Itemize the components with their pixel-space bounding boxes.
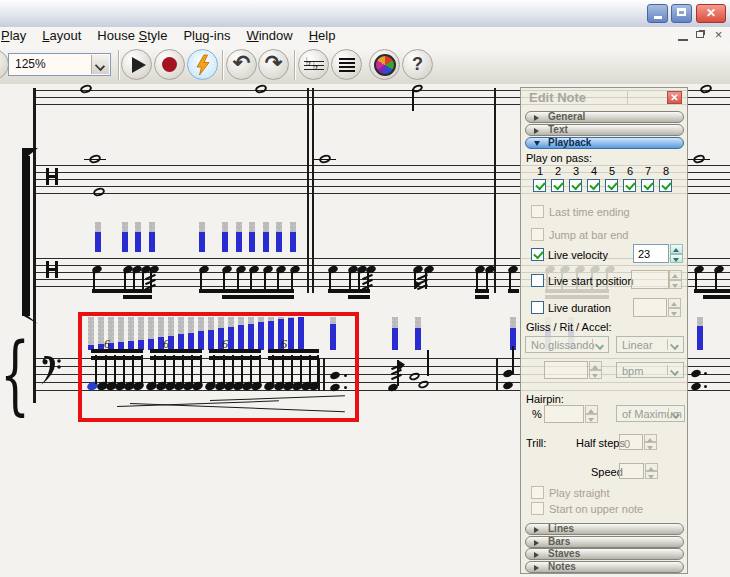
menu-layout[interactable]: Layout — [34, 27, 89, 45]
velocity-bar-crescendo — [118, 317, 124, 350]
pass-checkbox-2[interactable] — [551, 179, 564, 192]
live-velocity-checkbox[interactable] — [531, 248, 544, 261]
start-on-upper-note-checkbox[interactable] — [531, 502, 544, 515]
pass-checkbox-7[interactable] — [641, 179, 654, 192]
pass-number-7: 7 — [639, 165, 657, 177]
velocity-bar — [199, 222, 205, 252]
velocity-bar-crescendo — [178, 317, 184, 350]
pass-number-1: 1 — [531, 165, 549, 177]
beam — [348, 295, 370, 299]
velocity-bar — [697, 317, 703, 350]
menu-window[interactable]: Window — [238, 27, 300, 45]
velocity-bar — [276, 222, 282, 252]
window-close-button[interactable]: ✕ — [696, 4, 726, 23]
ledger-line — [84, 159, 106, 161]
undo-button[interactable]: ↶ — [226, 49, 257, 80]
panel-close-button[interactable]: ✕ — [667, 91, 682, 104]
menu-plug-ins[interactable]: Plug-ins — [175, 27, 238, 45]
beam — [209, 349, 261, 353]
collapsed-arrow-icon — [534, 565, 539, 571]
panel-title-divider — [627, 91, 628, 104]
note-stem — [509, 271, 511, 289]
live-playback-button[interactable] — [187, 49, 218, 80]
hairpin-unit-dropdown: of Maximum — [616, 405, 685, 422]
pass-checkbox-1[interactable] — [533, 179, 546, 192]
color-button[interactable] — [369, 49, 400, 80]
zoom-dropdown-arrow[interactable] — [91, 55, 109, 74]
note-stem — [93, 271, 95, 289]
pass-checkbox-4[interactable] — [587, 179, 600, 192]
beam — [150, 356, 202, 360]
note-head — [690, 369, 702, 379]
section-text[interactable]: Text — [525, 124, 684, 136]
beam — [475, 295, 489, 299]
undo-icon: ↶ — [233, 52, 251, 73]
zoom-value: 125% — [15, 57, 46, 71]
last-time-ending-checkbox[interactable] — [531, 205, 544, 218]
pass-checkbox-5[interactable] — [605, 179, 618, 192]
live-velocity-input[interactable]: 23 — [633, 244, 669, 263]
tempo-unit-dropdown: bpm — [616, 362, 684, 378]
menu-bar: PlayLayoutHouse StylePlug-insWindowHelp … — [0, 27, 730, 47]
record-button[interactable] — [154, 49, 185, 80]
bass-clef — [38, 354, 62, 390]
hairpin-value-spinner — [585, 405, 598, 423]
tempo-value-input — [544, 361, 588, 379]
half-steps-spinner — [644, 434, 657, 450]
note-stem — [476, 271, 478, 289]
help-icon: ? — [412, 54, 423, 75]
section-notes[interactable]: Notes — [525, 561, 684, 573]
redo-button[interactable]: ↷ — [258, 49, 289, 80]
note-stem — [349, 271, 351, 289]
toolbar-separator — [222, 50, 224, 80]
mdi-close-button[interactable]: × — [711, 29, 726, 42]
mdi-restore-button[interactable] — [692, 29, 707, 42]
transpose-button[interactable]: ♭♭ — [298, 49, 329, 80]
window-maximize-button[interactable] — [671, 4, 692, 23]
jump-at-bar-end-checkbox[interactable] — [531, 228, 544, 241]
whole-note — [699, 84, 713, 95]
half-note — [417, 379, 430, 390]
zoom-combobox[interactable]: 125% — [8, 53, 111, 76]
live-start-position-checkbox[interactable] — [531, 274, 544, 287]
velocity-bar — [149, 222, 155, 252]
beam — [150, 349, 202, 353]
play-button[interactable] — [121, 49, 152, 80]
velocity-bar-crescendo — [238, 317, 244, 350]
note-stem — [427, 350, 429, 376]
mdi-minimize-button[interactable] — [678, 30, 688, 41]
pass-checkbox-6[interactable] — [623, 179, 636, 192]
section-bars[interactable]: Bars — [525, 536, 684, 548]
section-playback[interactable]: Playback — [525, 137, 684, 149]
staff-h-mark — [46, 268, 57, 271]
system-barline — [33, 88, 36, 403]
live-duration-checkbox[interactable] — [531, 301, 544, 314]
check-icon — [607, 180, 617, 191]
menu-help[interactable]: Help — [301, 27, 344, 45]
live-velocity-spinner[interactable] — [670, 244, 683, 263]
velocity-bar-crescendo — [198, 317, 204, 350]
window-minimize-button[interactable] — [647, 4, 668, 23]
pass-checkbox-8[interactable] — [659, 179, 672, 192]
menu-house-style[interactable]: House Style — [89, 27, 175, 45]
menu-play[interactable]: Play — [0, 27, 34, 45]
collapsed-arrow-icon — [534, 128, 539, 134]
help-button[interactable]: ? — [402, 49, 433, 80]
note-stem — [200, 271, 202, 289]
velocity-bar-crescendo — [188, 317, 194, 350]
ledger-line — [314, 159, 336, 161]
section-general[interactable]: General — [525, 111, 684, 123]
beam — [91, 349, 143, 353]
glissando-type-dropdown: No glissando — [525, 336, 609, 353]
staff-lines-button[interactable] — [331, 49, 362, 80]
section-lines[interactable]: Lines — [525, 523, 684, 535]
note-stem — [264, 271, 266, 289]
speed-input — [619, 463, 644, 479]
augmentation-dot — [344, 386, 347, 389]
jump-at-bar-end-label: Jump at bar end — [549, 229, 629, 241]
pass-checkbox-3[interactable] — [569, 179, 582, 192]
staff-h-mark — [46, 175, 57, 178]
play-straight-checkbox[interactable] — [531, 486, 544, 499]
section-staves[interactable]: Staves — [525, 548, 684, 560]
pass-number-5: 5 — [603, 165, 621, 177]
